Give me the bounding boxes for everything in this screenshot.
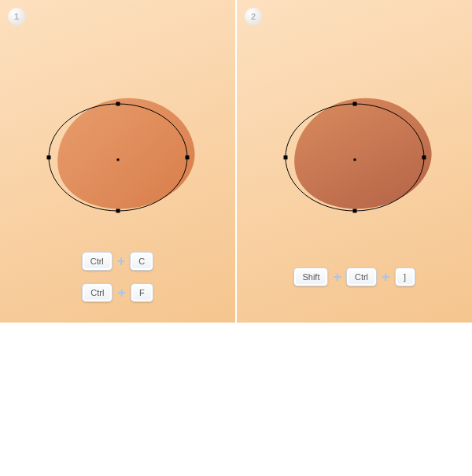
key-shift: Shift (293, 268, 328, 286)
plus-icon: + (382, 269, 390, 286)
anchor-top[interactable] (116, 102, 120, 106)
center-point (116, 158, 119, 161)
plus-icon: + (333, 269, 341, 286)
bottom-area: R: 0 G: 0 B: 0 ◀◀ ✕ Appearance ▾≡ Path W… (0, 323, 472, 476)
anchor-right[interactable] (422, 156, 426, 160)
anchor-left[interactable] (283, 156, 287, 160)
anchor-right[interactable] (185, 156, 189, 160)
artboard (237, 102, 472, 216)
anchor-bottom[interactable] (352, 209, 356, 213)
artboard (0, 102, 235, 216)
center-point (353, 158, 356, 161)
key-ctrl: Ctrl (82, 252, 112, 271)
plus-icon: + (117, 253, 126, 270)
shortcut-row: Shift + Ctrl + ] (237, 268, 472, 286)
shortcut-row: Ctrl + F (0, 283, 235, 302)
key-c: C (130, 252, 153, 271)
svg-point-0 (49, 104, 187, 211)
step-badge: 1 (8, 8, 25, 25)
anchor-bottom[interactable] (116, 209, 120, 213)
step-1-pane: 1 Ctrl + C Ctrl + F (0, 0, 235, 323)
key-ctrl: Ctrl (346, 268, 377, 286)
shape-group (284, 102, 426, 216)
key-f: F (131, 283, 153, 302)
step-badge: 2 (245, 8, 262, 25)
anchor-left[interactable] (46, 156, 50, 160)
ellipse-selection (284, 102, 426, 212)
shape-group (47, 102, 189, 216)
key-bracket: ] (395, 268, 415, 286)
shortcut-row: Ctrl + C (0, 252, 235, 271)
key-ctrl: Ctrl (82, 283, 112, 302)
svg-point-1 (286, 104, 424, 211)
step-2-pane: 2 Shift + Ctrl + ] (237, 0, 472, 323)
ellipse-selection (47, 102, 189, 212)
plus-icon: + (117, 285, 126, 301)
anchor-top[interactable] (352, 102, 356, 106)
